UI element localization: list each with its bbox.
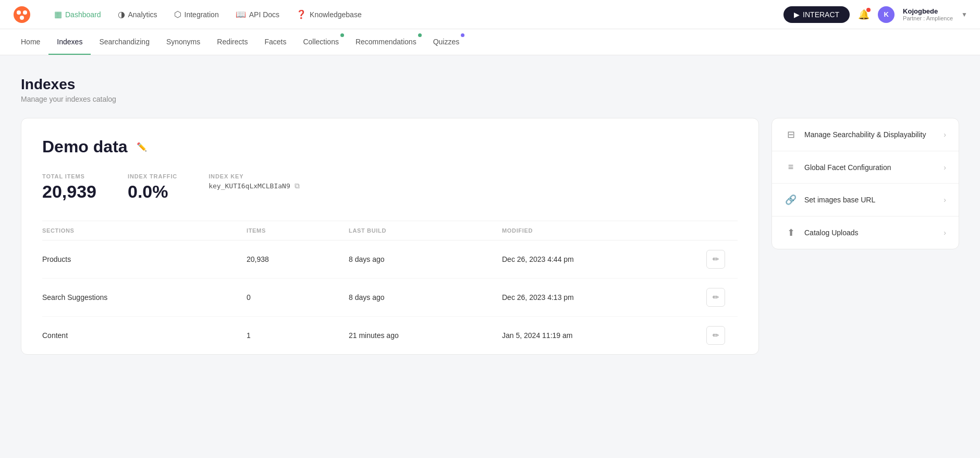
- api-docs-icon: 📖: [236, 9, 246, 19]
- logo[interactable]: [13, 5, 31, 24]
- sidebar-item-redirects[interactable]: Redirects: [209, 29, 256, 55]
- user-info: Kojogbede Partner : Amplience: [903, 7, 953, 21]
- index-key-value: key_KUTI6qLxMCLBIaN9 ⧉: [209, 182, 300, 190]
- index-card: Demo data ✏️ TOTAL ITEMS 20,939 INDEX TR…: [21, 118, 759, 355]
- sidebar-item-synonyms[interactable]: Synonyms: [158, 29, 209, 55]
- searchability-icon: ⊟: [785, 129, 797, 140]
- sidebar-item-collections[interactable]: Collections: [295, 29, 347, 55]
- user-menu-chevron[interactable]: ▼: [961, 11, 967, 18]
- total-items-stat: TOTAL ITEMS 20,939: [42, 173, 96, 202]
- edit-index-name-button[interactable]: ✏️: [134, 139, 150, 155]
- chevron-right-icon: ›: [944, 196, 946, 204]
- facet-config-icon: ≡: [785, 162, 797, 173]
- svg-point-2: [23, 10, 27, 15]
- edit-content-button[interactable]: ✏: [706, 326, 725, 345]
- secondary-nav: Home Indexes Searchandizing Synonyms Red…: [0, 29, 980, 55]
- page-title: Indexes: [21, 76, 959, 93]
- index-traffic-stat: INDEX TRAFFIC 0.0%: [128, 173, 177, 202]
- sidebar-item-quizzes[interactable]: Quizzes: [425, 29, 468, 55]
- nav-knowledgebase[interactable]: ❓ Knowledgebase: [290, 6, 368, 22]
- manage-searchability-item[interactable]: ⊟ Manage Searchability & Displayability …: [772, 118, 959, 151]
- index-title: Demo data: [42, 137, 128, 156]
- knowledgebase-icon: ❓: [296, 9, 307, 19]
- index-title-row: Demo data ✏️: [42, 137, 738, 156]
- sections-table: SECTIONS ITEMS LAST BUILD MODIFIED Produ…: [42, 221, 738, 354]
- nav-api-docs[interactable]: 📖 API Docs: [229, 6, 286, 22]
- dashboard-icon: ▦: [54, 9, 62, 19]
- nav-integration[interactable]: ⬡ Integration: [168, 6, 225, 22]
- notification-dot: [866, 8, 871, 12]
- chevron-right-icon: ›: [944, 130, 946, 139]
- right-panel: ⊟ Manage Searchability & Displayability …: [771, 118, 959, 249]
- sidebar-item-facets[interactable]: Facets: [256, 29, 295, 55]
- chevron-right-icon: ›: [944, 228, 946, 237]
- edit-search-suggestions-button[interactable]: ✏: [706, 288, 725, 307]
- logo-icon: [13, 5, 31, 24]
- svg-point-1: [17, 10, 21, 15]
- global-facet-item[interactable]: ≡ Global Facet Configuration ›: [772, 151, 959, 184]
- nav-dashboard[interactable]: ▦ Dashboard: [48, 6, 107, 22]
- sidebar-item-indexes[interactable]: Indexes: [48, 29, 91, 55]
- collections-dot: [340, 33, 344, 37]
- content-area: Demo data ✏️ TOTAL ITEMS 20,939 INDEX TR…: [21, 118, 959, 355]
- sidebar-item-recommendations[interactable]: Recommendations: [347, 29, 425, 55]
- analytics-icon: ◑: [118, 9, 125, 19]
- top-nav-links: ▦ Dashboard ◑ Analytics ⬡ Integration 📖 …: [48, 6, 783, 22]
- sidebar-item-searchandizing[interactable]: Searchandizing: [91, 29, 158, 55]
- images-url-icon: 🔗: [785, 194, 797, 206]
- set-images-url-item[interactable]: 🔗 Set images base URL ›: [772, 184, 959, 216]
- avatar: K: [878, 6, 895, 23]
- copy-key-button[interactable]: ⧉: [295, 182, 300, 190]
- quizzes-dot: [461, 33, 464, 37]
- integration-icon: ⬡: [174, 9, 181, 19]
- table-header: SECTIONS ITEMS LAST BUILD MODIFIED: [42, 221, 738, 240]
- play-icon: ▶: [794, 10, 800, 19]
- svg-point-3: [20, 16, 24, 20]
- table-row: Content 1 21 minutes ago Jan 5, 2024 11:…: [42, 317, 738, 354]
- table-row: Search Suggestions 0 8 days ago Dec 26, …: [42, 279, 738, 317]
- svg-point-0: [14, 6, 30, 23]
- edit-products-button[interactable]: ✏: [706, 250, 725, 269]
- recommendations-dot: [418, 33, 422, 37]
- table-row: Products 20,938 8 days ago Dec 26, 2023 …: [42, 240, 738, 279]
- stats-row: TOTAL ITEMS 20,939 INDEX TRAFFIC 0.0% IN…: [42, 173, 738, 202]
- page-subtitle: Manage your indexes catalog: [21, 95, 959, 103]
- nav-analytics[interactable]: ◑ Analytics: [112, 6, 164, 22]
- interact-button[interactable]: ▶ INTERACT: [783, 6, 850, 23]
- sidebar-item-home[interactable]: Home: [13, 29, 48, 55]
- top-nav: ▦ Dashboard ◑ Analytics ⬡ Integration 📖 …: [0, 0, 980, 29]
- main-content: Indexes Manage your indexes catalog Demo…: [0, 55, 980, 376]
- top-nav-right: ▶ INTERACT 🔔 K Kojogbede Partner : Ampli…: [783, 6, 967, 23]
- catalog-uploads-item[interactable]: ⬆ Catalog Uploads ›: [772, 216, 959, 249]
- catalog-uploads-icon: ⬆: [785, 227, 797, 238]
- index-key-stat: INDEX KEY key_KUTI6qLxMCLBIaN9 ⧉: [209, 173, 300, 202]
- notification-bell[interactable]: 🔔: [858, 9, 869, 20]
- chevron-right-icon: ›: [944, 163, 946, 172]
